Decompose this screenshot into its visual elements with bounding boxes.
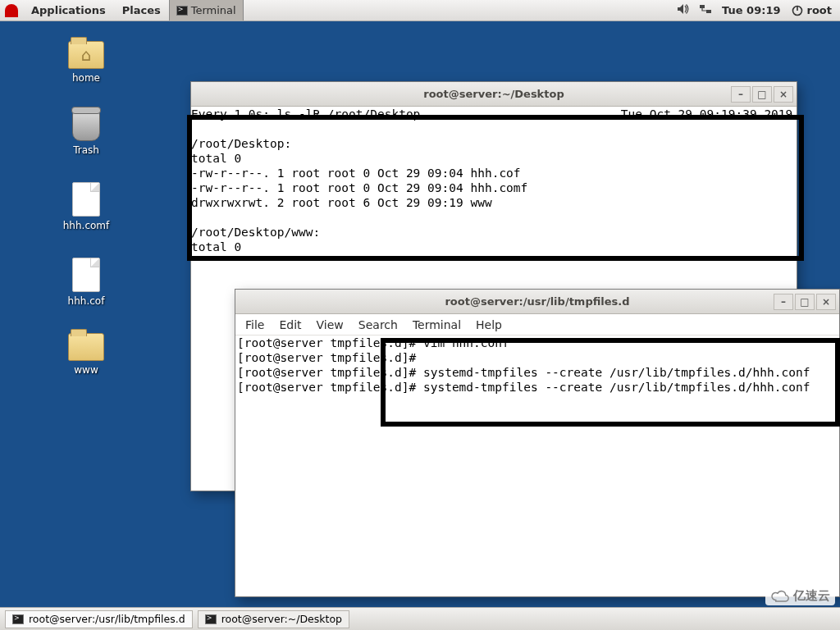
taskbar-label: root@server:/usr/lib/tmpfiles.d [29, 613, 185, 625]
terminal-launcher-label: Terminal [191, 4, 236, 16]
maximize-button[interactable]: □ [795, 294, 815, 310]
network-icon[interactable] [699, 2, 712, 18]
desktop-icon-trash[interactable]: Trash [49, 110, 123, 156]
desktop-icon-label: Trash [73, 144, 99, 156]
terminal-launcher[interactable]: Terminal [169, 0, 244, 21]
menu-help[interactable]: Help [476, 318, 502, 331]
trash-icon [72, 110, 100, 141]
maximize-button[interactable]: □ [752, 86, 772, 103]
svg-rect-0 [700, 5, 705, 8]
power-icon [791, 4, 804, 17]
taskbar-item-tmpfiles[interactable]: root@server:/usr/lib/tmpfiles.d [5, 610, 193, 628]
menu-view[interactable]: View [317, 318, 344, 331]
distro-logo-icon[interactable] [5, 4, 18, 17]
menu-bar: File Edit View Search Terminal Help [235, 314, 839, 336]
terminal-icon [205, 614, 217, 624]
bottom-panel: root@server:/usr/lib/tmpfiles.d root@ser… [0, 607, 840, 630]
window-title: root@server:~/Desktop [191, 88, 797, 100]
desktop-icon-label: hhh.comf [63, 220, 109, 231]
file-icon [72, 258, 100, 292]
desktop-icon-home[interactable]: home [49, 41, 123, 84]
desktop-icon-file-hhh-cof[interactable]: hhh.cof [49, 258, 123, 307]
menu-file[interactable]: File [245, 318, 264, 331]
close-button[interactable]: × [774, 86, 793, 103]
volume-icon[interactable] [676, 2, 689, 18]
desktop-icon-file-hhh-comf[interactable]: hhh.comf [49, 182, 123, 231]
watermark: 亿速云 [765, 587, 835, 605]
desktop-icons: home Trash hhh.comf hhh.cof www [49, 41, 123, 376]
applications-menu[interactable]: Applications [23, 0, 114, 21]
terminal-icon [176, 6, 188, 16]
taskbar-label: root@server:~/Desktop [221, 613, 342, 625]
top-panel: Applications Places Terminal Tue 09:19 r… [0, 0, 840, 21]
terminal-icon [12, 614, 24, 624]
file-icon [72, 182, 100, 217]
places-menu[interactable]: Places [114, 0, 169, 21]
title-bar[interactable]: root@server:~/Desktop – □ × [191, 82, 797, 107]
cloud-icon [770, 589, 790, 604]
watermark-text: 亿速云 [793, 588, 830, 604]
desktop-icon-folder-www[interactable]: www [49, 333, 123, 376]
taskbar-item-desktop[interactable]: root@server:~/Desktop [198, 610, 349, 628]
minimize-button[interactable]: – [774, 294, 793, 310]
minimize-button[interactable]: – [731, 86, 751, 103]
terminal-output[interactable]: [root@server tmpfiles.d]# vim hhh.conf [… [235, 336, 839, 596]
desktop-icon-label: www [74, 364, 98, 376]
terminal-window-tmpfiles[interactable]: root@server:/usr/lib/tmpfiles.d – □ × Fi… [235, 289, 840, 597]
title-bar[interactable]: root@server:/usr/lib/tmpfiles.d – □ × [235, 290, 839, 314]
menu-search[interactable]: Search [358, 318, 398, 331]
user-label: root [807, 4, 833, 16]
close-button[interactable]: × [816, 294, 836, 310]
menu-edit[interactable]: Edit [279, 318, 301, 331]
user-menu[interactable]: root [791, 4, 833, 17]
desktop-icon-label: home [72, 72, 100, 84]
folder-icon [68, 333, 104, 361]
system-tray: Tue 09:19 root [668, 2, 840, 18]
window-title: root@server:/usr/lib/tmpfiles.d [235, 295, 839, 308]
menu-terminal[interactable]: Terminal [413, 318, 461, 331]
clock[interactable]: Tue 09:19 [722, 4, 780, 16]
home-folder-icon [68, 41, 104, 69]
desktop-icon-label: hhh.cof [68, 295, 105, 307]
